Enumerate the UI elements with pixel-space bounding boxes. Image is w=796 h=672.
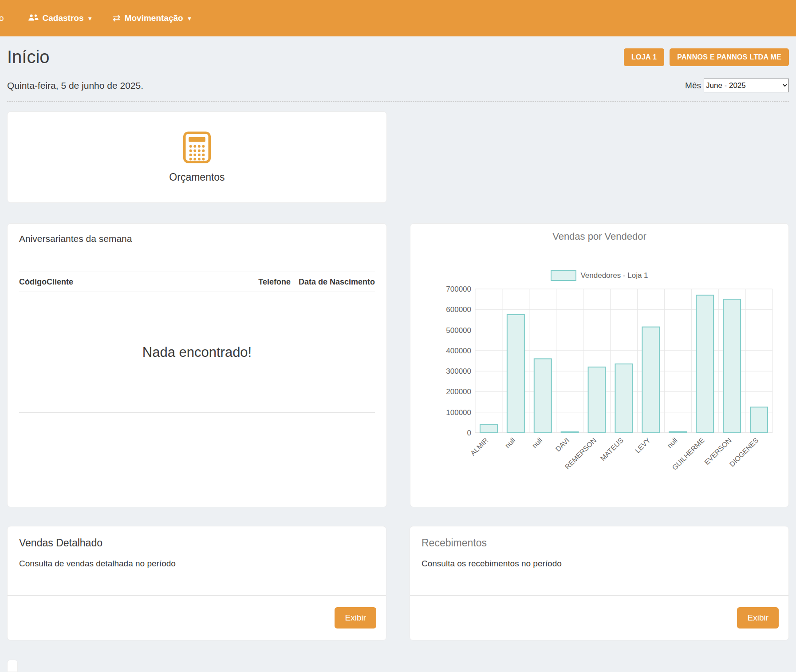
svg-text:ALMIR: ALMIR: [469, 436, 490, 457]
svg-text:null: null: [504, 436, 517, 450]
birthdays-title: Aniversariantes da semana: [19, 233, 375, 244]
vendas-detalhado-card: Vendas Detalhado Consulta de vendas deta…: [7, 526, 386, 640]
bottom-row: Vendas Detalhado Consulta de vendas deta…: [7, 526, 789, 640]
column-header-telefone: Telefone: [258, 277, 291, 287]
svg-text:EVERSON: EVERSON: [703, 436, 733, 466]
orcamentos-shortcut-card[interactable]: Orçamentos: [7, 111, 387, 203]
legend-swatch: [551, 270, 576, 281]
caret-down-icon: ▾: [188, 15, 191, 22]
svg-text:100000: 100000: [446, 408, 471, 417]
column-header-nascimento: Data de Nascimento: [299, 277, 375, 287]
svg-text:600000: 600000: [446, 305, 471, 314]
svg-text:0: 0: [467, 429, 471, 437]
birthdays-empty-area: Nada encontrado!: [19, 292, 375, 413]
middle-row: Aniversariantes da semana Código Cliente…: [7, 223, 789, 507]
nav-item-label: Movimentação: [125, 13, 183, 23]
svg-text:500000: 500000: [446, 326, 471, 335]
column-header-codigo: Código: [19, 277, 47, 287]
nav-item-movimentacao[interactable]: ⇄ Movimentação ▾: [102, 0, 201, 36]
svg-text:DAVI: DAVI: [554, 436, 571, 453]
date-text: Quinta-feira, 5 de junho de 2025.: [7, 80, 143, 91]
recebimentos-card-footer: Exibir: [410, 595, 788, 640]
column-header-cliente: Cliente: [47, 277, 73, 287]
vendas-card-footer: Exibir: [8, 595, 386, 640]
svg-text:400000: 400000: [446, 347, 471, 355]
svg-text:700000: 700000: [446, 285, 471, 293]
sales-chart-card: Vendas por Vendedor Vendedores - Loja 1 …: [410, 223, 789, 507]
vendas-card-title: Vendas Detalhado: [19, 537, 374, 549]
birthdays-card: Aniversariantes da semana Código Cliente…: [7, 223, 387, 507]
recebimentos-card-description: Consulta os recebimentos no período: [422, 559, 777, 569]
vendas-exibir-button[interactable]: Exibir: [335, 607, 376, 629]
svg-text:null: null: [531, 436, 544, 450]
partial-card-cutoff: [7, 660, 18, 672]
nav-item-partial[interactable]: o: [0, 13, 4, 23]
month-label: Mês: [685, 81, 701, 91]
store-button[interactable]: LOJA 1: [624, 48, 664, 66]
users-icon: [28, 13, 39, 24]
month-filter: Mês June - 2025: [685, 79, 789, 92]
svg-text:null: null: [666, 436, 679, 450]
recebimentos-card-title: Recebimentos: [422, 537, 777, 549]
caret-down-icon: ▾: [89, 15, 92, 22]
orcamentos-label: Orçamentos: [169, 171, 225, 183]
birthdays-table-header: Código Cliente Telefone Data de Nascimen…: [19, 272, 375, 292]
date-row: Quinta-feira, 5 de junho de 2025. Mês Ju…: [7, 79, 789, 102]
month-select[interactable]: June - 2025: [704, 79, 789, 92]
svg-text:200000: 200000: [446, 387, 471, 396]
vendas-card-description: Consulta de vendas detalhada no período: [19, 559, 374, 569]
empty-message: Nada encontrado!: [142, 344, 252, 360]
svg-text:300000: 300000: [446, 367, 471, 376]
svg-text:DIOGENES: DIOGENES: [728, 436, 760, 468]
svg-text:MATEUS: MATEUS: [599, 436, 625, 462]
vendas-card-head: Vendas Detalhado Consulta de vendas deta…: [8, 526, 386, 595]
main-content: Início LOJA 1 PANNOS E PANNOS LTDA ME Qu…: [0, 47, 796, 640]
recebimentos-exibir-button[interactable]: Exibir: [737, 607, 779, 629]
nav-item-cadastros[interactable]: Cadastros ▾: [17, 0, 102, 36]
chart-legend[interactable]: Vendedores - Loja 1: [551, 270, 648, 281]
chart-title: Vendas por Vendedor: [552, 231, 646, 242]
navbar: o Cadastros ▾ ⇄ Movimentação ▾: [0, 0, 796, 36]
recebimentos-card: Recebimentos Consulta os recebimentos no…: [410, 526, 789, 640]
page-title: Início: [7, 47, 50, 67]
sales-chart-svg: 0100000200000300000400000500000600000700…: [422, 284, 777, 483]
page-header: Início LOJA 1 PANNOS E PANNOS LTDA ME: [7, 47, 789, 67]
legend-label: Vendedores - Loja 1: [580, 271, 648, 280]
company-button[interactable]: PANNOS E PANNOS LTDA ME: [670, 48, 789, 66]
recebimentos-card-head: Recebimentos Consulta os recebimentos no…: [410, 526, 788, 595]
calculator-icon: [183, 131, 211, 165]
svg-text:LEVY: LEVY: [634, 436, 652, 455]
exchange-icon: ⇄: [113, 13, 121, 24]
header-buttons: LOJA 1 PANNOS E PANNOS LTDA ME: [624, 48, 789, 66]
nav-item-label: Cadastros: [43, 13, 84, 23]
